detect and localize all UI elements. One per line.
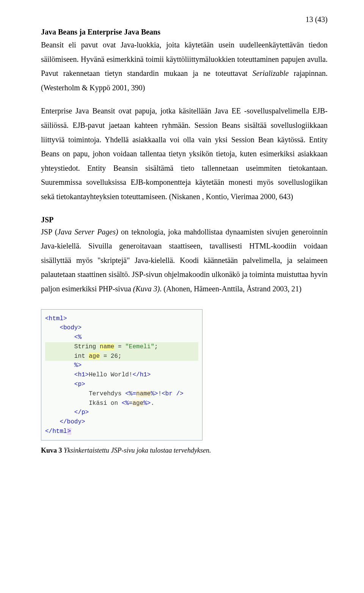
para3-pre: JSP ( — [41, 228, 57, 236]
code-l7-open: <h1> — [45, 371, 89, 378]
code-l13b-cursor: > — [67, 428, 72, 435]
code-l3: <% — [45, 334, 82, 341]
code-l5-pre: int — [45, 353, 89, 360]
code-l7-close: </h1> — [132, 371, 151, 378]
code-l9-br: <br /> — [162, 390, 184, 397]
code-l4-pre: String — [45, 343, 100, 350]
code-l10-v1: age — [132, 400, 143, 407]
code-l4-name: name — [100, 343, 114, 350]
code-l10-t2: . — [151, 400, 154, 407]
paragraph-1: Beansit eli pavut ovat Java-luokkia, joi… — [41, 38, 328, 95]
code-l8: <p> — [45, 381, 85, 388]
heading-jsp: JSP — [41, 215, 328, 224]
paragraph-3: JSP (Java Server Pages) on teknologia, j… — [41, 225, 328, 296]
code-l9-sc2: %> — [151, 390, 158, 397]
code-l5-age: age — [89, 353, 100, 360]
para3-italic2: (Kuva 3) — [133, 285, 160, 293]
para3-mid: on teknologia, joka mahdollistaa dynaami… — [41, 228, 328, 293]
code-l10-sc2: %> — [143, 400, 151, 407]
code-l1: <html> — [45, 315, 67, 322]
code-l9-v1: name — [136, 390, 151, 397]
figure-caption: Kuva 3 Yksinkertaistettu JSP-sivu joka t… — [41, 447, 328, 455]
code-l9-t2: ! — [158, 390, 162, 397]
code-l5-end: = 26; — [100, 353, 122, 360]
caption-bold: Kuva 3 — [41, 447, 62, 454]
code-example-box: <html> <body> <% String name = "Eemeli";… — [41, 309, 202, 440]
code-l10-sc1: <%= — [122, 400, 133, 407]
code-l4-end: ; — [154, 343, 158, 350]
code-l7-text: Hello World! — [89, 371, 132, 378]
code-l9-t1: Tervehdys — [45, 390, 125, 397]
code-l11: </p> — [45, 409, 89, 416]
page-container: 13 (43) Java Beans ja Enterprise Java Be… — [0, 0, 364, 470]
code-l6: %> — [45, 362, 82, 369]
code-l2: <body> — [45, 324, 82, 331]
code-l4-str: "Eemeli" — [125, 343, 154, 350]
code-l13a: </html — [45, 428, 67, 435]
paragraph-2: Enterprise Java Beansit ovat papuja, jot… — [41, 104, 328, 204]
code-l10-t1: Ikäsi on — [45, 400, 122, 407]
caption-italic: Yksinkertaistettu JSP-sivu joka tulostaa… — [62, 447, 211, 454]
para1-italic: Serializable — [253, 69, 289, 77]
heading-java-beans: Java Beans ja Enterprise Java Beans — [41, 28, 328, 36]
code-l12: </body> — [45, 418, 85, 425]
para3-tail: . (Ahonen, Hämeen-Anttila, Åstrand 2003,… — [160, 285, 301, 293]
code-l4-mid: = — [114, 343, 125, 350]
para3-italic1: Java Server Pages) — [57, 228, 118, 236]
code-l9-sc1: <%= — [125, 390, 136, 397]
page-number: 13 (43) — [41, 15, 328, 24]
